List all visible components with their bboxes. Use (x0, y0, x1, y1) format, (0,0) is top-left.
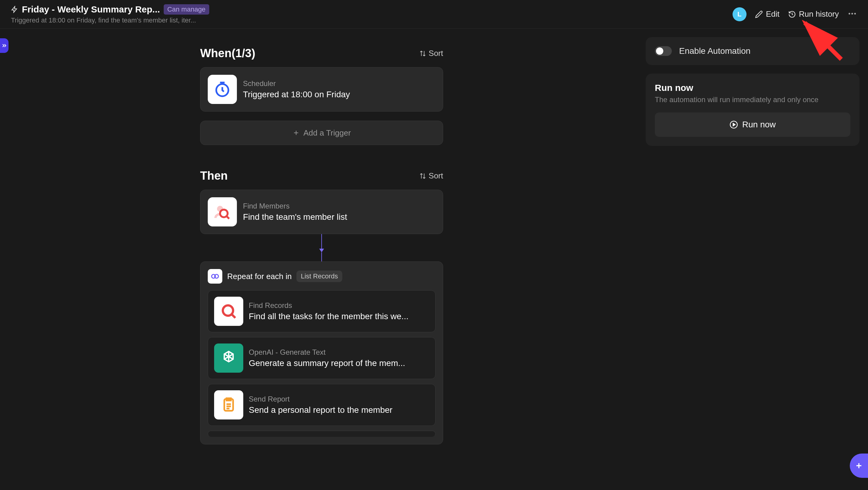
loop-step-send-report[interactable]: Send Report Send a personal report to th… (208, 384, 436, 426)
trigger-desc: Triggered at 18:00 on Friday (243, 90, 350, 99)
svg-point-0 (848, 13, 850, 14)
when-section-title: When(1/3) (200, 47, 255, 60)
more-menu-button[interactable] (847, 9, 857, 20)
play-circle-icon (730, 120, 738, 129)
loop-card[interactable]: Repeat for each in List Records Find Rec… (200, 261, 443, 444)
run-now-button-label: Run now (742, 120, 776, 129)
permission-badge: Can manage (164, 4, 209, 15)
loop-step-desc: Generate a summary report of the mem... (249, 358, 405, 368)
svg-point-8 (223, 306, 233, 316)
add-trigger-button[interactable]: Add a Trigger (200, 121, 443, 145)
run-history-label: Run history (799, 9, 839, 19)
loop-step-find-records[interactable]: Find Records Find all the tasks for the … (208, 290, 436, 332)
when-sort-button[interactable]: Sort (420, 49, 443, 58)
loop-step-openai[interactable]: OpenAI - Generate Text Generate a summar… (208, 337, 436, 379)
svg-point-2 (854, 13, 856, 14)
openai-icon (214, 344, 243, 373)
add-trigger-label: Add a Trigger (303, 128, 351, 138)
annotation-arrow-run-now (638, 144, 643, 266)
run-now-desc: The automation will run immediately and … (655, 95, 850, 104)
enable-automation-toggle[interactable] (655, 46, 672, 56)
svg-point-5 (220, 210, 228, 217)
loop-step-label: OpenAI - Generate Text (249, 348, 405, 356)
find-members-label: Find Members (243, 202, 347, 210)
scheduler-icon (208, 75, 237, 104)
loop-step-label: Find Records (249, 301, 408, 310)
pencil-icon (755, 10, 763, 18)
enable-automation-label: Enable Automation (679, 46, 750, 56)
edit-button[interactable]: Edit (755, 9, 780, 19)
chevron-right-icon (2, 43, 7, 48)
send-report-icon (214, 390, 243, 420)
loop-source-pill[interactable]: List Records (297, 270, 342, 282)
loop-label: Repeat for each in (227, 272, 291, 281)
bolt-icon (11, 6, 18, 13)
loop-icon (208, 269, 222, 284)
svg-point-1 (851, 13, 853, 14)
find-members-card[interactable]: Find Members Find the team's member list (200, 190, 443, 234)
loop-step-desc: Send a personal report to the member (249, 405, 393, 415)
sort-label: Sort (429, 49, 443, 58)
run-now-button[interactable]: Run now (655, 113, 850, 137)
avatar[interactable]: L (733, 7, 746, 21)
loop-step-desc: Find all the tasks for the member this w… (249, 312, 408, 321)
page-subtitle: Triggered at 18:00 on Friday, find the t… (11, 17, 209, 24)
dots-horizontal-icon (847, 9, 857, 19)
run-history-button[interactable]: Run history (788, 9, 839, 19)
loop-step-label: Send Report (249, 395, 393, 403)
trigger-scheduler-card[interactable]: Scheduler Triggered at 18:00 on Friday (200, 67, 443, 112)
then-sort-button[interactable]: Sort (420, 171, 443, 180)
expand-sidebar-tab[interactable] (0, 38, 8, 53)
find-members-desc: Find the team's member list (243, 212, 347, 222)
find-records-icon (214, 297, 243, 326)
plus-icon (855, 461, 863, 470)
page-title: Friday - Weekly Summary Rep... (22, 4, 160, 15)
plus-icon (292, 129, 300, 137)
then-section-title: Then (200, 169, 228, 182)
sort-icon (420, 50, 426, 57)
sort-label: Sort (429, 171, 443, 180)
run-now-title: Run now (655, 83, 850, 93)
find-members-icon (208, 197, 237, 227)
edit-label: Edit (766, 9, 780, 19)
trigger-label: Scheduler (243, 79, 350, 88)
sort-icon (420, 173, 426, 179)
history-icon (788, 10, 796, 18)
loop-step-placeholder (208, 431, 436, 437)
